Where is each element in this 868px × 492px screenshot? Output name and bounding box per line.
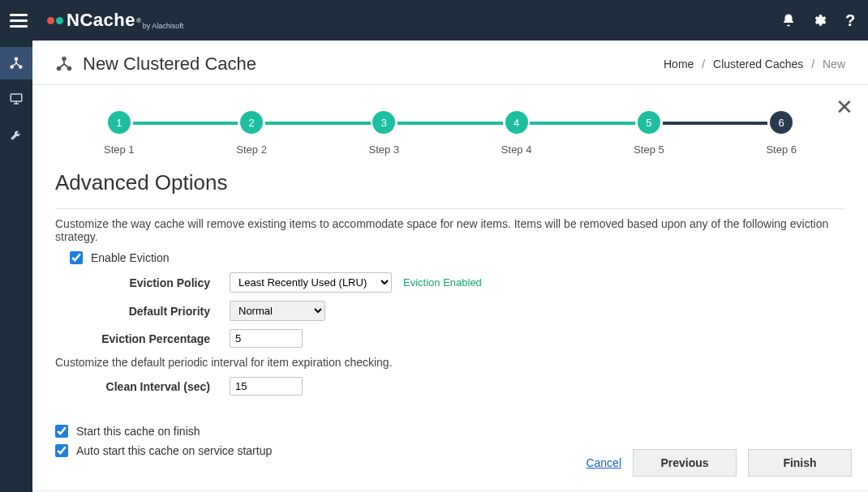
- menu-toggle-button[interactable]: [10, 14, 28, 28]
- finish-button[interactable]: Finish: [748, 449, 852, 477]
- footer-actions: Cancel Previous Finish: [586, 449, 852, 477]
- settings-icon[interactable]: [811, 12, 827, 28]
- eviction-policy-label: Eviction Policy: [55, 276, 230, 289]
- auto-start-label: Auto start this cache on service startup: [76, 444, 272, 457]
- clean-interval-description: Customize the default periodic interval …: [55, 356, 845, 369]
- start-on-finish-checkbox[interactable]: [55, 425, 68, 438]
- main: New Clustered Cache Home / Clustered Cac…: [32, 41, 868, 492]
- help-icon[interactable]: ?: [842, 12, 858, 28]
- svg-point-4: [62, 57, 67, 62]
- close-icon[interactable]: ✕: [836, 95, 853, 120]
- step-4[interactable]: 4 Step 4: [501, 111, 532, 156]
- svg-point-0: [15, 58, 19, 62]
- eviction-policy-select[interactable]: Least Recently Used (LRU): [230, 272, 392, 293]
- clean-interval-label: Clean Interval (sec): [55, 380, 230, 393]
- step-6[interactable]: 6 Step 6: [766, 111, 797, 156]
- step-2[interactable]: 2 Step 2: [236, 111, 267, 156]
- panel-title: Advanced Options: [55, 170, 845, 195]
- breadcrumb-current: New: [823, 58, 845, 71]
- notifications-icon[interactable]: [780, 12, 797, 28]
- previous-button[interactable]: Previous: [633, 449, 737, 477]
- sidebar: [0, 41, 32, 492]
- default-priority-select[interactable]: Normal: [230, 301, 325, 321]
- eviction-status: Eviction Enabled: [403, 276, 482, 289]
- breadcrumb: Home / Clustered Caches / New: [664, 58, 845, 71]
- page-header: New Clustered Cache Home / Clustered Cac…: [32, 41, 868, 85]
- cluster-icon: [55, 55, 73, 73]
- breadcrumb-home[interactable]: Home: [664, 58, 694, 71]
- eviction-percentage-input[interactable]: [230, 329, 303, 348]
- page-title-text: New Clustered Cache: [83, 53, 256, 75]
- sidebar-item-monitor[interactable]: [0, 83, 32, 115]
- step-5[interactable]: 5 Step 5: [634, 111, 664, 156]
- enable-eviction-row: Enable Eviction: [70, 251, 845, 264]
- sidebar-item-tools[interactable]: [0, 118, 32, 151]
- step-3[interactable]: 3 Step 3: [369, 111, 400, 156]
- cancel-link[interactable]: Cancel: [586, 456, 621, 469]
- enable-eviction-label: Enable Eviction: [91, 251, 170, 264]
- eviction-description: Customize the way cache will remove exis…: [55, 217, 845, 243]
- breadcrumb-clustered-caches[interactable]: Clustered Caches: [713, 58, 803, 71]
- product-name: NCache: [67, 10, 135, 31]
- logo[interactable]: NCache ® by Alachisoft: [47, 10, 183, 31]
- step-1[interactable]: 1 Step 1: [104, 111, 135, 156]
- enable-eviction-checkbox[interactable]: [70, 251, 83, 264]
- wizard-content: ✕ 1 Step 1 2 Step 2 3 Step 3 4 Step 4: [32, 85, 868, 490]
- eviction-percentage-label: Eviction Percentage: [55, 332, 230, 345]
- topbar: NCache ® by Alachisoft ?: [0, 0, 868, 41]
- auto-start-checkbox[interactable]: [55, 444, 68, 457]
- product-byline: by Alachisoft: [143, 22, 184, 30]
- default-priority-label: Default Priority: [55, 305, 230, 318]
- stepper: 1 Step 1 2 Step 2 3 Step 3 4 Step 4 5 St…: [55, 105, 845, 156]
- svg-rect-3: [11, 94, 22, 101]
- start-on-finish-row: Start this cache on finish: [55, 425, 845, 438]
- page-title: New Clustered Cache: [55, 53, 256, 75]
- clean-interval-input[interactable]: [230, 377, 303, 396]
- start-on-finish-label: Start this cache on finish: [76, 425, 200, 438]
- sidebar-item-cluster[interactable]: [0, 47, 32, 79]
